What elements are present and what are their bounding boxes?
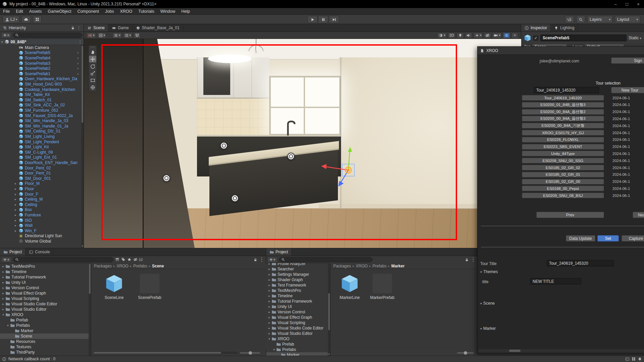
tour-item-2[interactable]: ES0200_01_84B_옵션형3 — [522, 102, 604, 108]
folder-item-visual-effect-graph[interactable]: ▸Visual Effect Graph — [0, 291, 91, 296]
tour-item-8[interactable]: ES0223_SBS_EVENT — [522, 144, 604, 150]
rotate-tool-button[interactable] — [89, 63, 96, 69]
fold-arrow-icon[interactable]: ▸ — [1, 270, 5, 273]
minimize-button[interactable]: – — [610, 0, 621, 8]
hierarchy-item-ceiling[interactable]: ▸Ceiling — [0, 202, 81, 207]
folder-item-visual-studio-editor[interactable]: ▸Visual Studio Editor — [0, 307, 91, 312]
hierarchy-item-sm-table-kit[interactable]: SM_Table_Kit — [0, 92, 81, 97]
maximize-button[interactable]: □ — [621, 0, 633, 8]
project-menu-button[interactable]: ⋮ — [470, 256, 476, 263]
expand-arrow-icon[interactable]: ▸ — [15, 193, 19, 196]
new-tour-button[interactable]: New Tour — [611, 87, 644, 93]
hierarchy-item-volume-global[interactable]: Volume Global — [0, 239, 81, 244]
hierarchy-search-input[interactable] — [13, 33, 82, 38]
hierarchy-item-sm-sink-acc-ja-02[interactable]: SM_Sink_ACC_Ja_02 — [0, 103, 81, 108]
tour-item-3[interactable]: ES0200_00_84A_옵션형2 — [522, 109, 604, 115]
folder-item-visual-studio-editor[interactable]: ▸Visual Studio Editor — [266, 331, 330, 336]
set-button[interactable]: Set — [597, 235, 619, 242]
themes-foldout[interactable]: ▾Themes — [480, 269, 498, 274]
folder-item-unity-ui[interactable]: ▸Unity UI — [0, 280, 91, 285]
folder-item-timeline[interactable]: ▸Timeline — [0, 269, 91, 274]
breadcrumb-prefabs[interactable]: Prefabs — [133, 264, 147, 268]
cloud-button[interactable] — [21, 16, 31, 23]
move-tool-button[interactable] — [89, 56, 96, 62]
folder-item-marker[interactable]: Marker — [0, 328, 91, 333]
tab-scene[interactable]: Scene — [84, 24, 108, 32]
palette-grip[interactable] — [89, 46, 97, 48]
hierarchy-item-cooktop-hardware-kitchen[interactable]: Cooktop_Hardware_Kitchen — [0, 87, 81, 92]
folder-item-textmeshpro[interactable]: ▸TextMeshPro — [266, 288, 330, 293]
layout-dropdown[interactable]: Layout▾ — [615, 16, 640, 23]
folder-item-xroo[interactable]: ▾XROO — [266, 336, 330, 342]
hierarchy-item-door-pent-02[interactable]: Door_Pent_02 — [0, 165, 81, 171]
title-input[interactable]: NEW TITLE — [530, 278, 581, 285]
menu-tutorials[interactable]: Tutorials — [135, 8, 157, 14]
search-by-label-icon[interactable] — [121, 257, 126, 262]
snap-magnet-toggle[interactable] — [134, 33, 141, 38]
create-asset-button[interactable]: +▾ — [1, 257, 11, 262]
snap-settings-dropdown[interactable]: ▾ — [123, 33, 133, 38]
asset-sceneline[interactable]: SceneLine — [99, 274, 129, 300]
hierarchy-item-sm-ceiling-dfz-01[interactable]: SM_Ceiling_Dfz_01 — [0, 129, 81, 134]
tour-item-9[interactable]: Unity_84Type — [522, 151, 604, 156]
folder-item-version-control[interactable]: ▸Version Control — [0, 285, 91, 291]
fold-arrow-icon[interactable]: ▸ — [267, 263, 271, 265]
status-message[interactable]: Network callback count : 0 — [8, 357, 55, 361]
thumbnail-zoom-slider[interactable] — [240, 352, 260, 354]
project-search-input[interactable] — [13, 257, 113, 262]
breadcrumb-xroo[interactable]: XROO — [116, 264, 128, 268]
grid-visibility-dropdown[interactable]: ▾ — [112, 33, 122, 38]
folder-item-settings-manager[interactable]: ▸Settings Manager — [266, 272, 330, 277]
folder-item-timeline[interactable]: ▸Timeline — [266, 293, 330, 299]
hierarchy-item-sm-fauset-dss-4022-ja[interactable]: SM_Fauset_DSS-4022_Ja — [0, 113, 81, 118]
effects-dropdown[interactable]: ▾ — [474, 33, 483, 38]
expand-arrow-icon[interactable]: ▸ — [15, 219, 19, 222]
hierarchy-item-sceneprefab2[interactable]: ScenePrefab2› — [0, 66, 81, 71]
menu-gameobject[interactable]: GameObject — [45, 8, 74, 14]
tab-project[interactable]: Project — [266, 248, 292, 256]
tour-item-10[interactable]: ES0209_SNU_00_SSG — [522, 158, 604, 163]
fold-arrow-icon[interactable]: ▸ — [267, 273, 271, 276]
folder-item-textures[interactable]: Textures — [0, 344, 91, 350]
tour-item-5[interactable]: ES0200_00_84A_기본형 — [522, 123, 604, 128]
scene-menu-button[interactable]: ⋮ — [78, 40, 82, 44]
fold-arrow-icon[interactable]: ▸ — [1, 302, 5, 306]
open-prefab-chevron[interactable]: › — [77, 50, 79, 55]
hierarchy-item-door-pent-01[interactable]: Door_Pent_01 — [0, 170, 81, 176]
close-button[interactable]: × — [633, 0, 644, 8]
hierarchy-item-sm-c-light-09[interactable]: SM_C-Light_09 — [0, 150, 81, 155]
hierarchy-menu-button[interactable]: ⋮ — [77, 25, 81, 30]
fold-arrow-icon[interactable]: ▾ — [267, 337, 271, 341]
hierarchy-item-sm-light-pendent[interactable]: SM_Light_Pendent — [0, 139, 81, 145]
tour-item-13[interactable]: ES0185_02_GR_00 — [522, 179, 604, 185]
menu-help[interactable]: Help — [178, 8, 193, 14]
rect-tool-button[interactable] — [89, 77, 96, 84]
fold-arrow-icon[interactable]: ▸ — [267, 278, 271, 281]
fold-arrow-icon[interactable]: ▸ — [1, 265, 5, 268]
folder-item-visual-effect-graph[interactable]: ▸Visual Effect Graph — [266, 315, 330, 320]
tour-title-input[interactable]: Tour_240619_145320 — [547, 260, 614, 266]
folder-item-prefab[interactable]: Prefab — [266, 342, 330, 347]
asset-hscrollbar[interactable] — [93, 352, 238, 354]
breadcrumb-marker[interactable]: Marker — [391, 264, 404, 268]
folder-item-prefab[interactable]: Prefab — [0, 317, 91, 323]
console-icon[interactable] — [625, 357, 630, 361]
fold-arrow-icon[interactable]: ▸ — [267, 321, 271, 324]
prev-page-button[interactable]: Prev — [536, 212, 604, 218]
tool-settings-dropdown[interactable]: ▾ — [87, 33, 96, 38]
tour-item-4[interactable]: ES0200_00_84A_옵션형3 — [522, 116, 604, 121]
folder-item-tutorial-framework[interactable]: ▸Tutorial Framework — [0, 274, 91, 280]
2d-toggle[interactable]: 2D — [448, 33, 455, 38]
fold-arrow-icon[interactable]: ▸ — [267, 283, 271, 287]
tab-lighting[interactable]: Lighting — [551, 24, 578, 32]
static-toggle[interactable]: Static ▾ — [629, 36, 641, 40]
tab-shader-base-ja-01[interactable]: Shader_Base_Ja_01 — [133, 24, 183, 32]
folder-tree-scrollbar[interactable] — [89, 263, 91, 356]
fold-arrow-icon[interactable]: ▸ — [267, 332, 271, 335]
fold-arrow-icon[interactable]: ▸ — [1, 297, 5, 300]
expand-arrow-icon[interactable]: ▸ — [15, 203, 19, 206]
undo-history-button[interactable] — [565, 16, 574, 23]
folder-item-visual-studio-code-editor[interactable]: ▸Visual Studio Code Editor — [266, 325, 330, 331]
hierarchy-item-sceneprefab1[interactable]: ScenePrefab1› — [0, 71, 81, 76]
project-menu-button[interactable]: ⋮ — [259, 256, 264, 263]
